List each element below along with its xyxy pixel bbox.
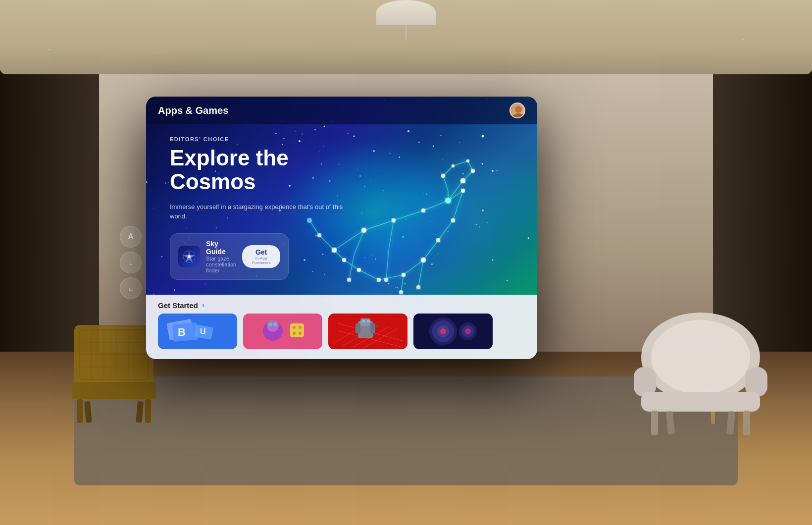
armchair-right [631,308,770,438]
apps-toolbar-button[interactable]: A [120,226,142,248]
svg-point-211 [482,210,484,211]
hero-content: EDITORS' CHOICE Explore the Cosmos Immer… [170,136,348,280]
app-subtitle: Star gaze constellation finder [206,256,236,273]
svg-point-201 [324,126,325,127]
svg-point-185 [402,273,406,277]
get-started-header: Get Started › [146,295,537,314]
svg-rect-244 [355,323,360,333]
svg-rect-19 [651,411,658,435]
hero-title-line1: Explore the [170,146,348,170]
app-card[interactable]: Sky Guide Star gaze constellation finder… [170,233,289,280]
svg-point-197 [399,290,403,294]
thumbnail-4[interactable] [413,314,493,349]
svg-point-210 [492,260,494,261]
svg-point-216 [188,255,191,258]
svg-point-226 [268,322,272,326]
svg-point-204 [407,130,409,132]
svg-point-180 [445,198,451,204]
svg-point-253 [465,328,471,334]
svg-point-182 [451,218,455,222]
download-toolbar-button[interactable]: ↓ [120,252,142,273]
svg-point-178 [392,218,396,222]
ceiling-lamp-cord [405,25,407,40]
svg-point-190 [471,169,475,173]
svg-point-207 [492,170,494,172]
search-toolbar-button[interactable]: ⌕ [120,277,142,299]
svg-text:U: U [200,327,206,336]
svg-point-250 [440,328,446,334]
get-started-title: Get Started [158,301,198,310]
thumbnail-1[interactable]: B U [158,314,237,349]
app-info: Sky Guide Star gaze constellation finder [206,240,236,273]
svg-point-183 [436,238,440,242]
svg-point-179 [421,209,425,212]
side-toolbar: A ↓ ⌕ [120,226,142,299]
svg-point-191 [466,159,469,162]
download-icon: ↓ [129,258,133,267]
hero-description: Immerse yourself in a stargazing experie… [170,202,348,221]
svg-rect-9 [72,382,156,399]
svg-point-15 [651,320,750,394]
thumbnail-3[interactable] [328,314,407,349]
hero-title-line2: Cosmos [170,170,348,194]
svg-point-229 [293,326,296,329]
user-avatar[interactable] [509,103,525,118]
bottom-section: Get Started › B U [146,295,537,359]
svg-point-187 [357,268,361,272]
svg-point-192 [452,164,455,167]
editors-choice-badge: EDITORS' CHOICE [170,136,348,142]
svg-point-227 [273,322,277,326]
get-started-arrow-icon[interactable]: › [202,301,204,310]
svg-rect-245 [370,323,375,333]
svg-point-195 [384,278,388,282]
app-name: Sky Guide [206,240,236,256]
svg-rect-10 [77,399,83,423]
get-button-sublabel: In-App Purchases [250,256,272,265]
svg-rect-243 [367,320,370,322]
get-button[interactable]: Get In-App Purchases [242,245,280,268]
svg-point-225 [267,320,279,332]
svg-rect-18 [641,392,760,412]
apps-icon: A [128,232,134,241]
svg-point-186 [377,278,381,282]
svg-rect-13 [136,401,144,423]
svg-rect-228 [290,323,304,337]
page-title: Apps & Games [158,105,228,116]
svg-rect-21 [666,411,675,435]
svg-rect-242 [362,320,365,322]
svg-rect-11 [145,399,151,423]
thumbnail-2[interactable] [243,314,322,349]
app-icon-inner [178,246,200,267]
svg-point-177 [361,228,366,233]
app-window: Apps & Games EDITORS' CHOICE Explore the… [146,97,537,359]
search-icon: ⌕ [129,284,133,292]
svg-point-205 [433,146,434,147]
svg-point-196 [416,285,420,289]
header-bar: Apps & Games [146,97,537,124]
svg-rect-20 [743,411,750,435]
svg-point-181 [461,189,465,193]
svg-point-202 [354,136,355,137]
get-button-label: Get [255,248,267,256]
svg-point-213 [515,106,522,113]
svg-point-184 [421,258,426,262]
svg-text:B: B [178,326,186,338]
svg-point-232 [299,332,302,335]
app-icon [178,246,200,267]
svg-point-203 [373,150,375,152]
svg-point-231 [293,332,296,335]
svg-rect-12 [84,401,92,423]
svg-point-189 [460,178,465,183]
ceiling-lamp-shade [376,0,436,25]
app-thumbnails: B U [146,314,537,349]
svg-rect-22 [726,411,735,435]
svg-point-206 [482,135,484,138]
svg-point-230 [299,326,302,329]
hero-banner: Apps & Games EDITORS' CHOICE Explore the… [146,97,537,359]
svg-rect-223 [243,314,322,349]
ceiling-lamp [376,0,436,40]
svg-point-193 [441,174,445,178]
